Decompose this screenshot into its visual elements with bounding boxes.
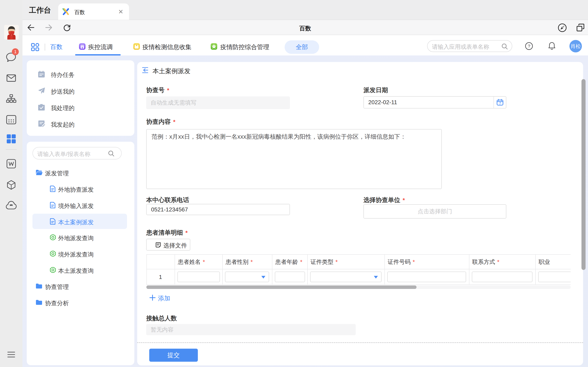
svg-text:?: ? [528, 44, 530, 49]
svg-text:¥: ¥ [81, 46, 83, 49]
svg-text:7: 7 [499, 101, 501, 105]
